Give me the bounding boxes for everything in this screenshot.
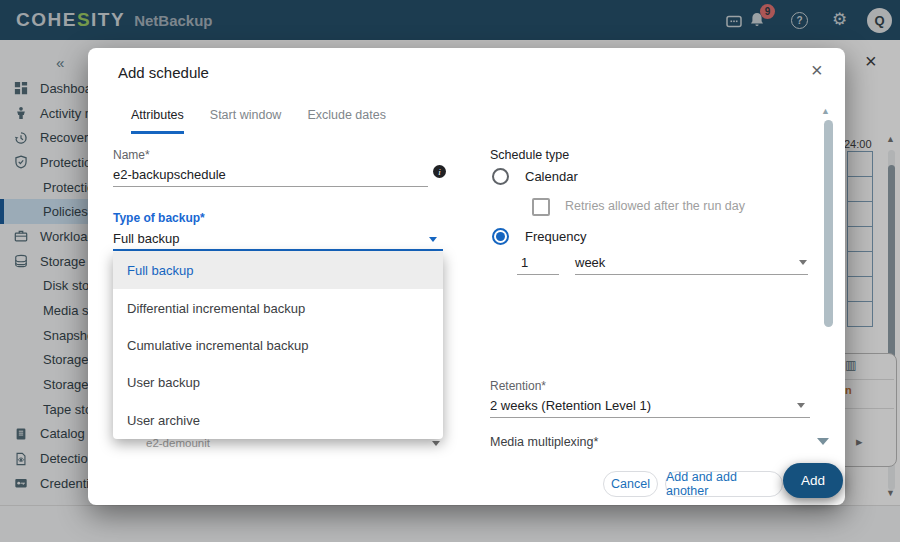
add-button[interactable]: Add <box>783 463 843 498</box>
frequency-unit-underline <box>575 274 808 275</box>
chevron-down-icon[interactable] <box>429 237 437 242</box>
modal-scroll-up-icon[interactable]: ▲ <box>821 106 830 116</box>
info-icon[interactable]: i <box>433 165 446 178</box>
modal-cancel-button[interactable]: Cancel <box>603 471 658 497</box>
modal-close-icon[interactable]: × <box>811 59 823 82</box>
tab-start-window[interactable]: Start window <box>210 108 282 134</box>
schedule-type-label: Schedule type <box>490 148 569 162</box>
type-of-backup-dropdown: Full backup Differential incremental bac… <box>113 252 443 439</box>
modal-tabs: Attributes Start window Exclude dates <box>131 108 386 134</box>
calendar-radio[interactable] <box>492 168 509 185</box>
type-of-backup-underline <box>113 249 443 251</box>
name-input[interactable]: e2-backupschedule <box>113 167 226 182</box>
chevron-down-icon[interactable] <box>432 441 440 446</box>
add-and-add-another-button[interactable]: Add and add another <box>665 471 783 497</box>
tab-exclude-dates[interactable]: Exclude dates <box>307 108 386 134</box>
tab-attributes[interactable]: Attributes <box>131 108 184 134</box>
frequency-radio-label: Frequency <box>525 229 586 244</box>
name-field-label: Name* <box>113 148 150 162</box>
chevron-down-icon[interactable] <box>799 260 807 265</box>
modal-title: Add schedule <box>118 64 209 81</box>
media-multiplexing-label: Media multiplexing* <box>490 435 598 449</box>
name-field-underline <box>113 186 428 187</box>
retries-checkbox[interactable] <box>532 198 550 216</box>
dropdown-option-differential-incremental[interactable]: Differential incremental backup <box>113 289 443 326</box>
dropdown-option-cumulative-incremental[interactable]: Cumulative incremental backup <box>113 327 443 364</box>
dropdown-option-user-archive[interactable]: User archive <box>113 402 443 439</box>
type-of-backup-select[interactable]: Full backup <box>113 231 179 246</box>
modal-scrollbar-thumb[interactable] <box>824 120 833 327</box>
frequency-value-input[interactable]: 1 <box>521 255 528 270</box>
app-root: COHESITY NetBackup 9 ? ⚙ Q « Dashboard A… <box>0 0 900 542</box>
calendar-radio-label: Calendar <box>525 169 578 184</box>
retention-label: Retention* <box>490 379 546 393</box>
dropdown-option-user-backup[interactable]: User backup <box>113 364 443 401</box>
retention-select[interactable]: 2 weeks (Retention Level 1) <box>490 398 651 413</box>
retries-checkbox-label: Retries allowed after the run day <box>565 199 745 213</box>
chevron-down-icon[interactable] <box>797 403 805 408</box>
frequency-radio[interactable] <box>492 228 509 245</box>
retention-underline <box>490 417 810 418</box>
frequency-value-underline <box>517 274 559 275</box>
section-expand-chevron-icon[interactable] <box>817 438 829 445</box>
type-of-backup-label: Type of backup* <box>113 211 205 225</box>
frequency-unit-select[interactable]: week <box>575 255 605 270</box>
dropdown-option-full-backup[interactable]: Full backup <box>113 252 443 289</box>
